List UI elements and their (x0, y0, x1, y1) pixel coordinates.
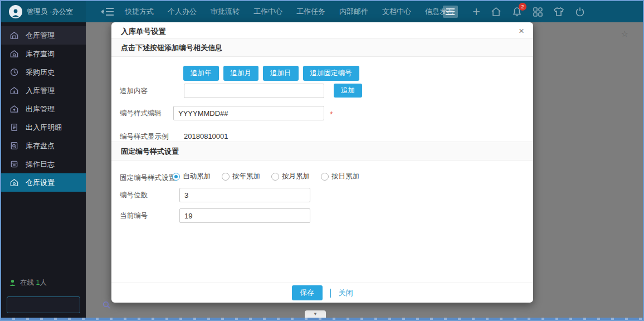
append-fixed-number-button[interactable]: 追加固定编号 (303, 66, 359, 81)
sidebar-item-operation-log[interactable]: 操作日志 (1, 155, 86, 173)
radio-circle (222, 173, 230, 181)
save-button[interactable]: 保存 (292, 285, 323, 300)
sidebar-item-label: 出入库明细 (26, 123, 62, 133)
apps-grid-icon[interactable] (533, 7, 543, 17)
append-content-row: 追加内容 追加 (111, 84, 533, 98)
current-number-label: 当前编号 (120, 211, 148, 221)
online-unit: 人 (40, 279, 47, 286)
append-button[interactable]: 追加 (334, 84, 362, 98)
notifications-bell-icon[interactable]: 2 (512, 7, 522, 17)
sidebar-item-label: 采购历史 (26, 67, 55, 77)
fixed-number-style-row: 固定编号样式设置 自动累加 按年累加 按月累加 按日累加 (111, 171, 533, 185)
sidebar: 仓库管理 库存查询 采购历史 入库管理 (1, 22, 86, 321)
menu-item-internal-mail[interactable]: 内部邮件 (337, 7, 370, 17)
required-asterisk: * (330, 110, 333, 119)
sidebar-item-label: 库存盘点 (26, 141, 55, 151)
number-style-edit-row: 编号样式编辑 * (111, 106, 533, 120)
home-icon[interactable] (491, 7, 501, 17)
radio-circle (271, 173, 279, 181)
sidebar-item-warehouse-mgmt[interactable]: 仓库管理 (1, 26, 86, 45)
sidebar-item-label: 操作日志 (26, 159, 55, 169)
inbound-house-icon (10, 86, 18, 95)
radio-label: 按年累加 (232, 172, 260, 181)
online-person-icon (9, 279, 16, 286)
section-header-fixed-number-style: 固定编号样式设置 (111, 142, 533, 160)
sidebar-collapse-icon[interactable] (101, 7, 115, 17)
digits-label: 编号位数 (120, 191, 148, 200)
sidebar-item-inbound-mgmt[interactable]: 入库管理 (1, 81, 86, 100)
append-content-label: 追加内容 (120, 86, 148, 96)
user-profile[interactable]: 管理员 -办公室 (1, 1, 86, 22)
radio-label: 按日累加 (331, 172, 359, 181)
number-style-example-label: 编号样式显示例 (120, 132, 169, 142)
topbar: 管理员 -办公室 快捷方式 个人办公 审批流转 工作中心 工作任务 内部邮件 文… (1, 1, 643, 22)
warehouse-icon (10, 31, 18, 40)
radio-label: 自动累加 (183, 172, 211, 181)
sidebar-item-inout-detail[interactable]: 出入库明细 (1, 118, 86, 137)
radio-monthly-accumulate[interactable]: 按月累加 (271, 172, 310, 181)
sidebar-item-label: 入库管理 (26, 86, 55, 96)
number-style-example-value: 20180810001 (184, 132, 228, 140)
menu-item-approval-flow[interactable]: 审批流转 (208, 7, 242, 17)
user-avatar (9, 5, 22, 18)
collapse-panel-tab[interactable]: ▼ (305, 310, 326, 318)
number-style-edit-label: 编号样式编辑 (120, 109, 162, 118)
radio-circle (321, 173, 329, 181)
digits-input[interactable] (179, 188, 310, 202)
sidebar-item-purchase-history[interactable]: 采购历史 (1, 63, 86, 81)
sidebar-item-label: 库存查询 (26, 49, 55, 59)
append-content-input[interactable] (184, 84, 324, 98)
person-icon (11, 8, 21, 18)
document-search-icon (10, 142, 18, 150)
close-icon[interactable]: × (519, 26, 524, 37)
sidebar-item-label: 出库管理 (26, 104, 55, 114)
clock-icon (10, 68, 18, 76)
menu-item-shortcuts[interactable]: 快捷方式 (123, 7, 156, 17)
radio-circle (172, 173, 180, 181)
menu-item-work-center[interactable]: 工作中心 (251, 7, 285, 17)
current-number-row: 当前编号 (111, 208, 533, 223)
sidebar-search (7, 296, 80, 313)
current-number-input[interactable] (179, 208, 310, 223)
append-month-button[interactable]: 追加月 (223, 66, 259, 81)
menu-item-doc-center[interactable]: 文档中心 (380, 7, 413, 17)
search-icon[interactable] (103, 301, 110, 309)
sidebar-item-outbound-mgmt[interactable]: 出库管理 (1, 100, 86, 118)
append-buttons-row: 追加年 追加月 追加日 追加固定编号 (183, 66, 359, 81)
top-menu: 快捷方式 个人办公 审批流转 工作中心 工作任务 内部邮件 文档中心 信息发布 (123, 1, 456, 22)
menu-item-work-tasks[interactable]: 工作任务 (294, 7, 328, 17)
radio-yearly-accumulate[interactable]: 按年累加 (222, 172, 260, 181)
section-header-add-number-info: 点击下述按钮添加编号相关信息 (111, 38, 533, 57)
menu-item-personal-office[interactable]: 个人办公 (165, 7, 199, 17)
dialog-title: 入库单号设置 (121, 27, 166, 37)
sidebar-item-label: 仓库管理 (26, 31, 55, 41)
inventory-search-icon (10, 50, 18, 58)
outbound-house-icon (10, 105, 18, 113)
add-icon[interactable]: + (472, 6, 480, 17)
more-menu-icon[interactable] (443, 6, 458, 18)
favorite-star-icon[interactable]: ☆ (621, 29, 628, 39)
warehouse-settings-icon (10, 178, 18, 187)
notification-badge: 2 (519, 3, 526, 11)
theme-shirt-icon[interactable] (553, 7, 564, 17)
sidebar-item-inventory-check[interactable]: 库存盘点 (1, 137, 86, 155)
document-icon (10, 123, 18, 132)
sidebar-search-input[interactable] (7, 301, 103, 309)
online-status: 在线 1人 (9, 278, 47, 288)
dialog-footer: 保存 关闭 (111, 283, 533, 303)
radio-daily-accumulate[interactable]: 按日累加 (321, 172, 359, 181)
append-year-button[interactable]: 追加年 (183, 66, 219, 81)
bottom-edge-line (1, 318, 643, 320)
sidebar-item-warehouse-settings[interactable]: 仓库设置 (1, 173, 86, 192)
online-label: 在线 (20, 279, 34, 286)
app-window: 管理员 -办公室 快捷方式 个人办公 审批流转 工作中心 工作任务 内部邮件 文… (0, 0, 644, 321)
power-logout-icon[interactable] (575, 7, 585, 17)
close-link[interactable]: 关闭 (339, 288, 353, 298)
append-day-button[interactable]: 追加日 (263, 66, 299, 81)
radio-auto-accumulate[interactable]: 自动累加 (172, 172, 211, 181)
accumulate-mode-radio-group: 自动累加 按年累加 按月累加 按日累加 (172, 172, 359, 181)
topbar-actions: + 2 (472, 1, 585, 22)
number-style-edit-input[interactable] (173, 106, 324, 120)
sidebar-item-inventory-query[interactable]: 库存查询 (1, 45, 86, 63)
fixed-number-style-label: 固定编号样式设置 (120, 173, 175, 183)
